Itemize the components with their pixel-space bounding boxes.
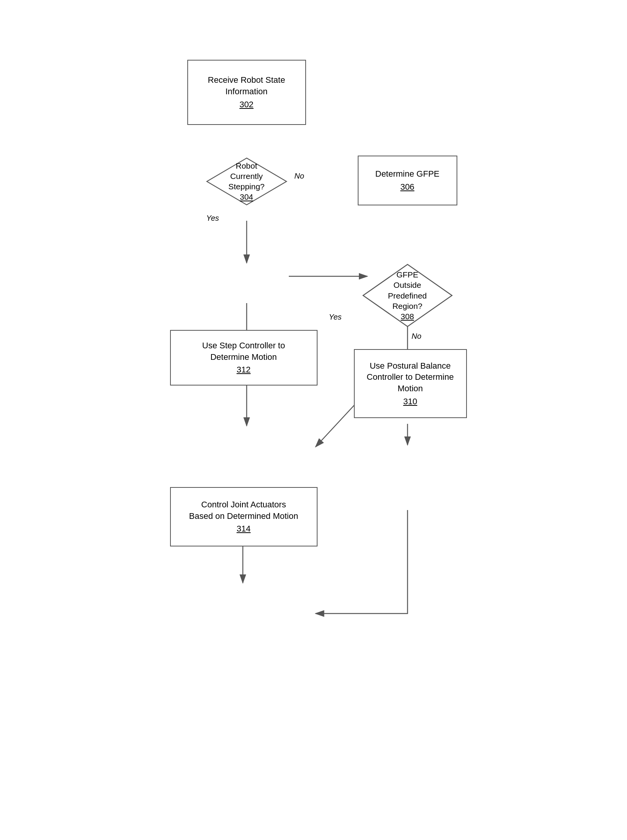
node-302-ref: 302 [239, 99, 254, 110]
node-306-ref: 306 [400, 181, 414, 193]
label-no-304: No [295, 172, 304, 180]
node-314-ref: 314 [237, 523, 251, 535]
node-308-text: GFPE OutsidePredefined Region? 308 [385, 269, 431, 322]
node-314-label: Control Joint ActuatorsBased on Determin… [189, 499, 298, 522]
node-310-ref: 310 [403, 396, 417, 407]
node-308-ref: 308 [385, 311, 431, 322]
node-304-text: RobotCurrently Stepping? 304 [226, 161, 268, 202]
label-no-308: No [412, 332, 422, 341]
label-yes-304: Yes [206, 214, 219, 223]
node-312-label: Use Step Controller toDetermine Motion [202, 340, 285, 363]
node-304-label: RobotCurrently Stepping? [228, 161, 265, 191]
node-314: Control Joint ActuatorsBased on Determin… [170, 487, 318, 546]
flowchart: Receive Robot State Information 302 Robo… [141, 37, 486, 803]
node-308: GFPE OutsidePredefined Region? 308 [362, 263, 453, 328]
node-306: Determine GFPE 306 [358, 156, 457, 205]
arrows-svg [141, 37, 486, 803]
node-312-ref: 312 [237, 364, 251, 376]
node-310: Use Postural BalanceController to Determ… [354, 349, 467, 418]
diagram-container: Receive Robot State Information 302 Robo… [141, 37, 486, 803]
node-312: Use Step Controller toDetermine Motion 3… [170, 330, 318, 386]
node-302-label: Receive Robot State Information [194, 74, 300, 97]
node-306-label: Determine GFPE [375, 168, 440, 180]
node-304-ref: 304 [226, 192, 268, 202]
label-yes-308: Yes [329, 313, 342, 322]
node-308-label: GFPE OutsidePredefined Region? [388, 270, 427, 310]
node-304: RobotCurrently Stepping? 304 [201, 154, 293, 209]
node-310-label: Use Postural BalanceController to Determ… [367, 360, 453, 394]
node-302: Receive Robot State Information 302 [187, 60, 306, 125]
